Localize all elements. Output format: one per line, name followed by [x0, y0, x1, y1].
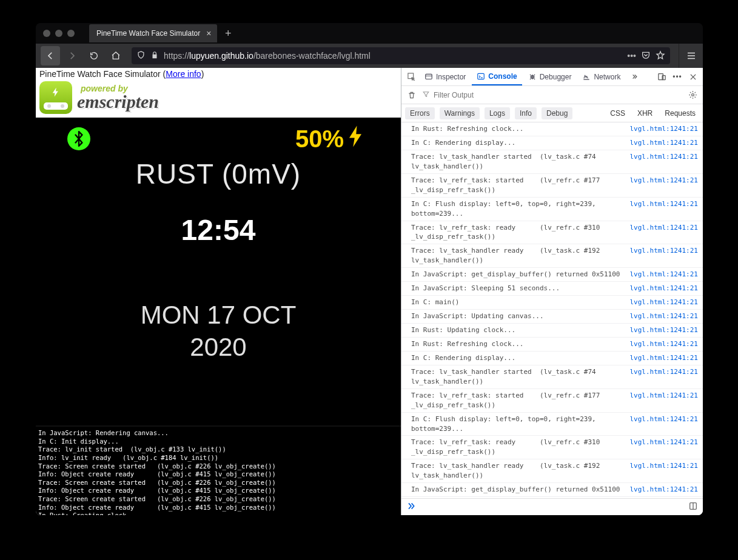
page-title: PineTime Watch Face Simulator	[39, 69, 163, 79]
console-message: Trace: lv_refr_task: ready (lv_refr.c #3…	[411, 438, 625, 457]
nav-reload-button[interactable]	[84, 46, 104, 65]
content-area: PineTime Watch Face Simulator (More info…	[36, 68, 703, 515]
console-source-link[interactable]: lvgl.html:1241:21	[629, 246, 698, 265]
console-source-link[interactable]: lvgl.html:1241:21	[629, 339, 698, 349]
split-console-icon[interactable]	[688, 501, 698, 513]
tab-title: PineTime Watch Face Simulator	[96, 29, 200, 38]
responsive-mode-button[interactable]	[654, 70, 669, 84]
console-source-link[interactable]: lvgl.html:1241:21	[629, 152, 698, 172]
console-source-link[interactable]: lvgl.html:1241:21	[629, 176, 698, 195]
svg-rect-2	[478, 73, 485, 79]
page-log: In JavaScript: Rendering canvas... In C:…	[36, 425, 401, 515]
console-message: In C: Rendering display...	[411, 138, 625, 148]
devtools-close-button[interactable]	[686, 70, 700, 84]
console-message: Trace: lv_refr_task: ready (lv_refr.c #3…	[411, 223, 625, 242]
console-source-link[interactable]: lvgl.html:1241:21	[629, 298, 698, 307]
tab-console[interactable]: Console	[472, 68, 522, 85]
page: PineTime Watch Face Simulator (More info…	[36, 68, 401, 515]
tab-active[interactable]: PineTime Watch Face Simulator ×	[89, 24, 217, 42]
console-row: In JavaScript: Sleeping 51 seconds...lvg…	[401, 282, 703, 296]
console-prompt-expand-icon[interactable]	[406, 501, 416, 513]
element-picker-button[interactable]	[404, 70, 418, 84]
cat-debug[interactable]: Debug	[542, 107, 572, 119]
console-source-link[interactable]: lvgl.html:1241:21	[629, 485, 698, 495]
console-source-link[interactable]: lvgl.html:1241:21	[629, 438, 698, 457]
nav-back-button[interactable]	[41, 46, 60, 65]
console-categories: Errors Warnings Logs Info Debug CSS XHR …	[401, 104, 703, 122]
devtools-footer	[401, 498, 703, 515]
console-log[interactable]: In Rust: Refreshing clock...lvgl.html:12…	[401, 122, 703, 498]
console-source-link[interactable]: lvgl.html:1241:21	[629, 312, 698, 321]
console-source-link[interactable]: lvgl.html:1241:21	[629, 124, 698, 134]
console-message: In JavaScript: get_display_buffer() retu…	[411, 270, 625, 279]
console-row: In Rust: Updating clock...lvgl.html:1241…	[401, 324, 703, 338]
console-message: In Rust: Refreshing clock...	[411, 339, 625, 349]
console-source-link[interactable]: lvgl.html:1241:21	[629, 223, 698, 242]
console-message: In Rust: Refreshing clock...	[411, 124, 625, 134]
console-source-link[interactable]: lvgl.html:1241:21	[629, 415, 698, 434]
watch-canvas: 50% RUST (0mV) 12:54 MON 17 OCT 2020 In …	[36, 118, 401, 515]
lock-icon	[150, 51, 159, 61]
bookmark-star-icon[interactable]	[656, 50, 665, 62]
clear-console-button[interactable]	[405, 91, 418, 99]
app-menu-button[interactable]	[679, 44, 703, 68]
console-source-link[interactable]: lvgl.html:1241:21	[629, 391, 698, 410]
new-tab-button[interactable]: +	[220, 25, 236, 42]
console-source-link[interactable]: lvgl.html:1241:21	[629, 367, 698, 387]
console-source-link[interactable]: lvgl.html:1241:21	[629, 353, 698, 363]
window-close-button[interactable]	[43, 30, 50, 37]
window-minimize-button[interactable]	[55, 30, 62, 37]
console-message: Trace: lv_task_handler ready (lv_task.c …	[411, 461, 625, 481]
page-heading: PineTime Watch Face Simulator (More info…	[36, 68, 401, 79]
cat-xhr[interactable]: XHR	[634, 107, 656, 119]
filter-icon	[422, 90, 430, 100]
console-message: In Rust: Updating clock...	[411, 325, 625, 335]
console-filter-row	[401, 86, 703, 104]
console-source-link[interactable]: lvgl.html:1241:21	[629, 270, 698, 279]
emscripten-banner: powered by emscripten	[36, 79, 401, 118]
lightning-icon	[346, 124, 364, 155]
console-source-link[interactable]: lvgl.html:1241:21	[629, 325, 698, 335]
cat-info[interactable]: Info	[515, 107, 537, 119]
filter-input[interactable]	[434, 88, 682, 102]
console-settings-button[interactable]	[686, 90, 699, 99]
console-source-link[interactable]: lvgl.html:1241:21	[629, 199, 698, 219]
console-row: Trace: lv_refr_task: ready (lv_refr.c #3…	[401, 436, 703, 459]
cat-logs[interactable]: Logs	[485, 107, 510, 119]
devtools-menu-button[interactable]: •••	[670, 70, 685, 84]
cat-css[interactable]: CSS	[606, 107, 629, 119]
nav-forward-button[interactable]	[62, 46, 82, 65]
svg-rect-1	[426, 74, 432, 79]
cat-errors[interactable]: Errors	[405, 107, 435, 119]
more-info-link[interactable]: More info	[166, 69, 201, 79]
tab-network[interactable]: Network	[577, 68, 625, 85]
console-source-link[interactable]: lvgl.html:1241:21	[629, 461, 698, 481]
rust-label: RUST (0mV)	[36, 158, 401, 190]
console-row: In C: Flush display: left=0, top=0, righ…	[401, 413, 703, 436]
tab-inspector[interactable]: Inspector	[420, 68, 471, 85]
time-label: 12:54	[36, 213, 401, 247]
cat-warnings[interactable]: Warnings	[440, 107, 480, 119]
emscripten-logo	[39, 81, 72, 114]
console-message: Trace: lv_refr_task: started (lv_refr.c …	[411, 391, 625, 410]
console-source-link[interactable]: lvgl.html:1241:21	[629, 138, 698, 148]
tab-debugger[interactable]: Debugger	[523, 68, 577, 85]
nav-home-button[interactable]	[106, 46, 126, 65]
page-actions-icon[interactable]: •••	[627, 51, 636, 61]
console-row: Trace: lv_refr_task: ready (lv_refr.c #3…	[401, 221, 703, 245]
console-row: In C: Rendering display...lvgl.html:1241…	[401, 136, 703, 150]
console-source-link[interactable]: lvgl.html:1241:21	[629, 284, 698, 293]
cat-requests[interactable]: Requests	[661, 107, 699, 119]
tab-close-icon[interactable]: ×	[206, 29, 211, 38]
console-row: In JavaScript: get_display_buffer() retu…	[401, 268, 703, 282]
url-field[interactable]: https://lupyuen.github.io/barebones-watc…	[132, 47, 670, 64]
more-tabs-button[interactable]	[626, 70, 641, 84]
emscripten-label: emscripten	[77, 93, 159, 111]
console-row: In Rust: Refreshing clock...lvgl.html:12…	[401, 338, 703, 352]
titlebar: PineTime Watch Face Simulator × +	[36, 23, 703, 44]
pocket-icon[interactable]	[641, 50, 651, 62]
console-message: Trace: lv_task_handler started (lv_task.…	[411, 367, 625, 387]
window-zoom-button[interactable]	[67, 30, 75, 37]
bluetooth-icon	[67, 127, 90, 150]
console-row: In JavaScript: Updating canvas...lvgl.ht…	[401, 310, 703, 324]
